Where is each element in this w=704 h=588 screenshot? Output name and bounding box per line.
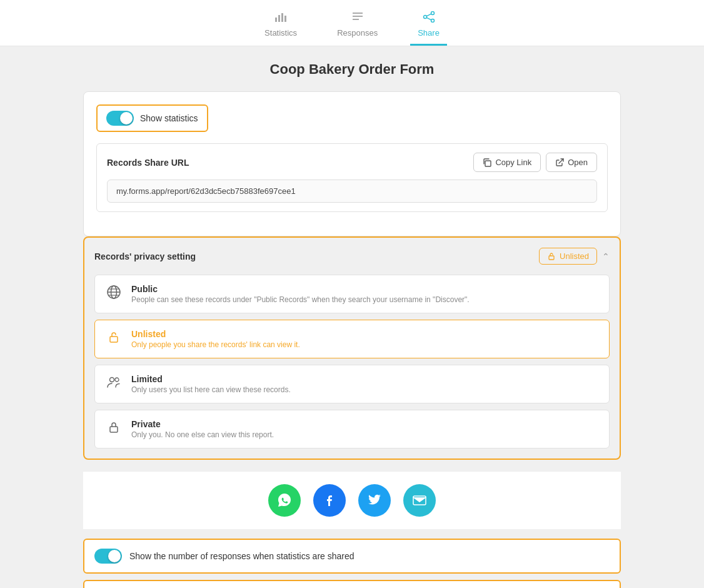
share-url-header: Records Share URL Copy Link <box>107 153 597 172</box>
chevron-up-icon[interactable]: ⌃ <box>602 251 610 261</box>
privacy-title: Records' privacy setting <box>94 251 196 261</box>
responses-icon <box>351 11 364 26</box>
svg-rect-12 <box>485 161 491 166</box>
share-url-title: Records Share URL <box>107 158 189 168</box>
svg-line-10 <box>426 14 431 16</box>
url-actions: Copy Link Open <box>473 153 597 172</box>
records-share-url-section: Records Share URL Copy Link <box>96 143 608 212</box>
unlisted-icon <box>105 329 123 349</box>
show-response-count-toggle-row[interactable]: Show the number of responses when statis… <box>83 539 621 574</box>
svg-point-7 <box>431 12 434 15</box>
privacy-options: Public People can see these records unde… <box>94 275 610 449</box>
svg-rect-14 <box>549 256 554 260</box>
privacy-option-public[interactable]: Public People can see these records unde… <box>94 275 610 313</box>
copy-icon <box>483 158 491 167</box>
show-response-count-label: Show the number of responses when statis… <box>129 551 355 561</box>
nav-share[interactable]: Share <box>410 6 447 46</box>
private-option-desc: Only you. No one else can view this repo… <box>131 430 274 439</box>
page-content: Coop Bakery Order Form Show statistics R… <box>71 46 633 588</box>
limited-option-title: Limited <box>131 374 291 384</box>
twitter-icon <box>366 492 383 509</box>
url-input[interactable] <box>107 180 597 203</box>
show-statistics-toggle-row[interactable]: Show statistics <box>96 104 208 132</box>
unlock-badge-icon <box>547 252 556 261</box>
privacy-current: Unlisted <box>560 251 589 261</box>
nav-responses[interactable]: Responses <box>329 6 385 46</box>
privacy-option-limited[interactable]: Limited Only users you list here can vie… <box>94 365 610 403</box>
unlisted-option-title: Unlisted <box>131 329 300 339</box>
public-option-title: Public <box>131 284 470 294</box>
statistics-icon <box>274 11 287 26</box>
share-icon <box>423 11 435 26</box>
main-card: Show statistics Records Share URL Copy L… <box>83 91 621 236</box>
svg-line-13 <box>559 159 563 163</box>
copy-link-button[interactable]: Copy Link <box>473 153 541 172</box>
private-icon <box>105 419 123 439</box>
nav-share-label: Share <box>418 28 440 38</box>
svg-point-9 <box>431 19 434 23</box>
svg-line-11 <box>426 18 431 20</box>
privacy-option-private[interactable]: Private Only you. No one else can view t… <box>94 410 610 449</box>
privacy-badge[interactable]: Unlisted <box>539 248 597 265</box>
facebook-button[interactable] <box>313 484 346 517</box>
show-statistics-toggle[interactable] <box>106 111 134 126</box>
svg-rect-23 <box>110 427 118 432</box>
top-nav: Statistics Responses Share <box>0 0 704 46</box>
svg-rect-0 <box>275 18 277 22</box>
svg-point-21 <box>110 378 114 382</box>
open-icon <box>555 158 564 167</box>
show-response-count-toggle[interactable] <box>94 549 122 564</box>
copy-link-label: Copy Link <box>495 158 531 167</box>
email-button[interactable] <box>403 484 436 517</box>
open-button[interactable]: Open <box>546 153 597 172</box>
email-icon <box>411 492 428 509</box>
nav-responses-label: Responses <box>337 28 378 38</box>
show-responses-toggle-row[interactable]: Show responses <box>83 580 621 588</box>
limited-icon <box>105 374 123 394</box>
svg-rect-2 <box>281 13 283 22</box>
facebook-icon <box>321 492 338 509</box>
show-statistics-label: Show statistics <box>140 113 198 123</box>
private-option-title: Private <box>131 419 274 429</box>
page-title: Coop Bakery Order Form <box>83 61 621 78</box>
twitter-button[interactable] <box>358 484 391 517</box>
limited-option-desc: Only users you list here can view these … <box>131 385 291 394</box>
svg-rect-20 <box>110 337 118 342</box>
nav-statistics[interactable]: Statistics <box>257 6 304 46</box>
whatsapp-icon <box>276 492 293 509</box>
social-share <box>83 471 621 530</box>
privacy-header: Records' privacy setting Unlisted ⌃ <box>94 248 610 265</box>
privacy-card: Records' privacy setting Unlisted ⌃ <box>83 236 621 460</box>
privacy-option-unlisted[interactable]: Unlisted Only people you share the recor… <box>94 320 610 358</box>
svg-rect-1 <box>278 15 280 22</box>
public-icon <box>105 284 123 304</box>
svg-point-22 <box>115 378 119 382</box>
whatsapp-button[interactable] <box>268 484 301 517</box>
public-option-desc: People can see these records under "Publ… <box>131 295 470 304</box>
unlisted-option-desc: Only people you share the records' link … <box>131 340 300 349</box>
svg-point-8 <box>423 16 426 19</box>
open-label: Open <box>568 158 588 167</box>
svg-rect-3 <box>284 16 286 22</box>
nav-statistics-label: Statistics <box>264 28 297 38</box>
